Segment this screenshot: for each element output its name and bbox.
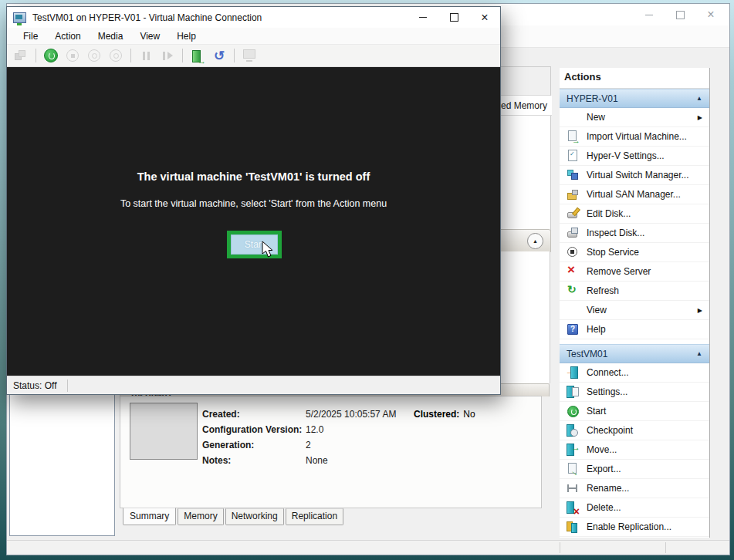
- help-icon: [567, 323, 579, 336]
- action-virtual-san-manager[interactable]: Virtual SAN Manager... ▶: [560, 185, 709, 204]
- actions-section-hyper-v01[interactable]: HYPER-V01 ▲: [560, 89, 709, 108]
- clustered-label: Clustered:: [414, 409, 459, 420]
- submenu-arrow-icon: ▶: [698, 307, 702, 314]
- import-icon: [567, 130, 579, 143]
- statusbar-divider: [560, 542, 560, 553]
- action-enable-replication[interactable]: Enable Replication... ▶: [560, 518, 709, 537]
- field-created: Created:5/2/2025 10:05:57 AM: [202, 409, 396, 420]
- vm-details-panel: TestVM01 Created:5/2/2025 10:05:57 AM Co…: [120, 383, 550, 535]
- close-icon[interactable]: [469, 8, 500, 28]
- virtual-machines-panel-top: [499, 67, 550, 96]
- actions-panel-title: Actions: [560, 68, 709, 89]
- tab-summary[interactable]: Summary: [123, 508, 176, 525]
- tab-memory[interactable]: Memory: [178, 508, 223, 525]
- collapse-chevron-icon[interactable]: ▲: [527, 233, 543, 249]
- field-value: 2: [306, 440, 311, 450]
- start-icon: [567, 405, 579, 417]
- save-state-icon[interactable]: [107, 46, 125, 65]
- action-virtual-switch-manager[interactable]: Virtual Switch Manager... ▶: [560, 166, 709, 185]
- action-item-label: Remove Server: [587, 266, 651, 277]
- revert-icon[interactable]: [210, 46, 228, 65]
- action-help[interactable]: Help ▶: [560, 320, 709, 339]
- field-configuration-version: Configuration Version:12.0: [202, 424, 396, 435]
- action-item-label: Delete...: [587, 502, 621, 513]
- details-box: Created:5/2/2025 10:05:57 AM Configurati…: [120, 396, 542, 508]
- field-label: Generation:: [202, 440, 306, 450]
- vm-off-heading: The virtual machine 'TestVM01' is turned…: [7, 170, 500, 183]
- vm-toolbar: [7, 44, 500, 67]
- checkpoint-icon[interactable]: [188, 46, 207, 65]
- action-start[interactable]: Start ▶: [560, 402, 709, 421]
- mouse-cursor-icon: [262, 241, 275, 258]
- vm-title-bar[interactable]: TestVM01 on HYPER-V01 - Virtual Machine …: [7, 7, 500, 28]
- action-item-label: Virtual SAN Manager...: [587, 189, 681, 200]
- shut-down-icon[interactable]: [85, 46, 103, 65]
- action-refresh[interactable]: Refresh ▶: [560, 282, 709, 301]
- action-view[interactable]: View ▶: [560, 301, 709, 320]
- action-rename[interactable]: Rename... ▶: [560, 479, 709, 498]
- menu-item[interactable]: Media: [90, 31, 132, 42]
- field-value: 5/2/2025 10:05:57 AM: [306, 409, 396, 420]
- close-icon[interactable]: [695, 5, 726, 25]
- action-help-vm[interactable]: Help ▶: [560, 537, 709, 538]
- toolbar-separator[interactable]: [182, 49, 183, 62]
- assigned-memory-column-header[interactable]: ed Memory: [499, 96, 552, 116]
- tab-replication[interactable]: Replication: [286, 508, 343, 525]
- vm-screen: The virtual machine 'TestVM01' is turned…: [7, 67, 500, 376]
- actions-section-testvm01[interactable]: TestVM01 ▲: [560, 344, 709, 363]
- maximize-icon[interactable]: [665, 5, 695, 25]
- action-delete[interactable]: Delete... ▶: [560, 498, 709, 518]
- action-inspect-disk[interactable]: Inspect Disk... ▶: [560, 224, 709, 243]
- action-import-virtual-machine[interactable]: Import Virtual Machine... ▶: [560, 127, 709, 147]
- field-label: Created:: [202, 409, 306, 420]
- action-settings[interactable]: Settings... ▶: [560, 383, 709, 402]
- action-checkpoint[interactable]: Checkpoint ▶: [560, 421, 709, 440]
- action-edit-disk[interactable]: Edit Disk... ▶: [560, 204, 709, 224]
- action-item-label: Refresh: [587, 285, 619, 296]
- remove-server-icon: [567, 265, 579, 278]
- action-item-label: Virtual Switch Manager...: [587, 170, 689, 180]
- checkpoints-panel-header-fragment: ▲: [494, 229, 551, 252]
- inspect-disk-icon: [567, 227, 579, 239]
- pause-icon[interactable]: [137, 46, 155, 65]
- actions-panel: Actions HYPER-V01 ▲ New ▶ Import Virtual…: [560, 68, 710, 538]
- action-remove-server[interactable]: Remove Server ▶: [560, 262, 709, 282]
- maximize-icon[interactable]: [438, 8, 469, 28]
- action-connect[interactable]: Connect... ▶: [560, 363, 709, 383]
- virtual-switch-icon: [567, 169, 579, 181]
- menu-item[interactable]: File: [15, 31, 46, 42]
- action-export[interactable]: Export... ▶: [560, 460, 709, 479]
- start-icon[interactable]: [42, 46, 60, 65]
- menu-item[interactable]: Action: [46, 31, 89, 42]
- toolbar-separator[interactable]: [130, 49, 131, 62]
- clustered-value: No: [463, 409, 475, 420]
- minimize-icon[interactable]: [408, 8, 438, 28]
- field-notes: Notes:None: [202, 455, 396, 466]
- enhanced-session-icon[interactable]: [240, 46, 259, 65]
- action-item-label: View: [587, 305, 607, 315]
- console-tree-panel[interactable]: [9, 392, 115, 536]
- action-stop-service[interactable]: Stop Service ▶: [560, 243, 709, 262]
- turn-off-icon[interactable]: [63, 46, 82, 65]
- menu-item[interactable]: View: [131, 31, 168, 42]
- collapse-chevron-icon[interactable]: ▲: [696, 95, 702, 102]
- ctrl-alt-delete-icon[interactable]: [12, 46, 30, 65]
- field-label: Configuration Version:: [202, 424, 306, 435]
- toolbar-separator[interactable]: [36, 49, 36, 62]
- edit-disk-icon: [567, 207, 579, 220]
- collapse-chevron-icon[interactable]: ▲: [696, 350, 702, 357]
- action-item-label: Start: [587, 406, 606, 417]
- actions-list-host: New ▶ Import Virtual Machine... ▶ Hyper-…: [560, 108, 709, 339]
- toolbar-separator[interactable]: [234, 49, 235, 62]
- resume-icon[interactable]: [158, 46, 177, 65]
- virtual-san-icon: [567, 188, 579, 201]
- action-item-label: Export...: [587, 464, 621, 474]
- tab-networking[interactable]: Networking: [225, 508, 284, 525]
- statusbar-divider: [67, 380, 68, 392]
- action-new[interactable]: New ▶: [560, 108, 709, 127]
- minimize-icon[interactable]: [634, 5, 665, 25]
- move-icon: [567, 444, 579, 456]
- action-hyperv-settings[interactable]: Hyper-V Settings... ▶: [560, 147, 709, 166]
- action-move[interactable]: Move... ▶: [560, 440, 709, 460]
- menu-item[interactable]: Help: [168, 31, 205, 42]
